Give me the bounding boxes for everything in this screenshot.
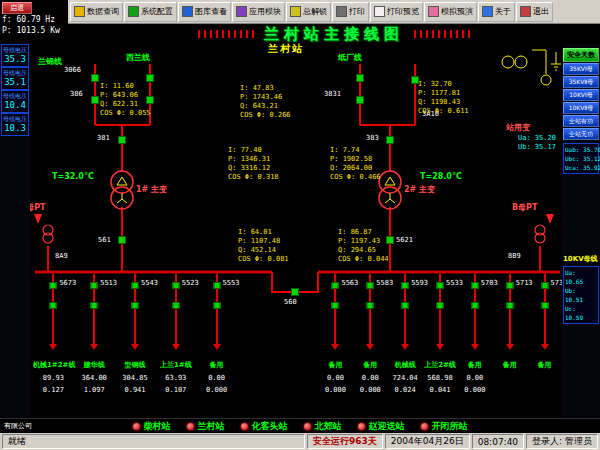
voltage-line: Ua: 10.65 [565,268,597,286]
breaker-square[interactable] [541,302,548,309]
sidebar-function-button[interactable]: 35KVⅠ母 [563,63,599,75]
device-number-8a9: 8A9 [55,252,68,260]
feeder-arrow-icon [506,344,514,350]
breaker-square[interactable] [437,302,444,309]
device-number-8b9: 8B9 [508,252,521,260]
disconnector-square[interactable] [131,282,138,289]
station-led-icon [358,423,365,430]
breaker-square[interactable] [367,302,374,309]
breaker-3066[interactable] [92,75,99,82]
toolbar-button[interactable]: 打印 [332,2,369,22]
feeder-power: 0.000 [196,386,237,394]
toolbar-button[interactable]: 关于 [478,2,515,22]
feeder-name: 型钢线 [115,360,156,370]
measurement-line: I: 86.87 [338,228,389,237]
feeder-bay: 5523 上兰1#线 63.93 0.107 [155,274,196,406]
toolbar-button-icon [128,6,139,17]
breaker-3831[interactable] [357,75,364,82]
feeder-current: 304.85 [115,374,156,382]
disconnector-square[interactable] [332,282,339,289]
station-nav-item[interactable]: 化客头站 [241,420,288,433]
disconnector-square[interactable] [172,282,179,289]
feeder-current: 63.93 [155,374,196,382]
breaker-square[interactable] [402,302,409,309]
sidebar-function-button[interactable]: 10KVⅡ母 [563,102,599,114]
feeder-name: 备用 [318,360,353,370]
device-number-386: 386 [70,90,83,98]
station-nav-label: 北郊站 [315,420,342,433]
breaker-561[interactable] [119,237,126,244]
system-power: P: 1013.5 Kw [2,25,66,36]
breaker-square[interactable] [332,302,339,309]
disconnector-square[interactable] [402,282,409,289]
feeder-name: 备用 [492,360,527,370]
disconnector-square[interactable] [213,282,220,289]
disconnector-square[interactable] [50,282,57,289]
breaker-square[interactable] [471,302,478,309]
station-nav-item[interactable]: 赵迎送站 [358,420,405,433]
disconnector-square[interactable] [506,282,513,289]
station-nav-item[interactable]: 北郊站 [304,420,342,433]
safety-days-button[interactable]: 安全天数 [563,48,599,62]
station-nav-item[interactable]: 开闭所站 [421,420,468,433]
device-number-381: 381 [97,134,110,142]
bus-voltage-panel: 母线电压 35.3 [1,44,29,67]
breaker-square[interactable] [172,302,179,309]
breaker-square[interactable] [131,302,138,309]
toolbar-button[interactable]: 数据查询 [70,2,123,22]
station-nav-label: 赵迎送站 [369,420,405,433]
breaker-383[interactable] [387,137,394,144]
station-led-icon [421,423,428,430]
status-safety-days: 安全运行963天 [307,434,383,449]
station-nav-label: 兰村站 [198,420,225,433]
disconnector-square[interactable] [541,282,548,289]
station-nav-item[interactable]: 柴村站 [133,420,171,433]
station-led-icon [304,423,311,430]
sidebar-function-button[interactable]: 10KVⅠ母 [563,89,599,101]
sidebar-function-button[interactable]: 35KVⅡ母 [563,76,599,88]
toolbar-button-icon [336,6,347,17]
toolbar-button[interactable]: 应用模块 [232,2,285,22]
feeder-bay: 5733 备用 [527,274,562,406]
station-nav-item[interactable]: 兰村站 [187,420,225,433]
toolbar-button[interactable]: 模拟预演 [424,2,477,22]
measurement-line: I: 64.01 [238,228,289,237]
toolbar-button-label: 模拟预演 [441,6,473,17]
bus10-voltage-panel: Ua: 10.65Ub: 10.51Uc: 10.59 [563,266,599,324]
disconnector-square[interactable] [471,282,478,289]
feeder-name: 上兰1#线 [155,360,196,370]
bus-voltage-label: 母线电压 [2,46,28,54]
feeder-name: 上兰2#线 [423,360,458,370]
breaker-square[interactable] [506,302,513,309]
sidebar-function-button[interactable]: 全站无功 [563,128,599,140]
title-decoration-left [198,30,254,38]
breaker-560-bus-tie[interactable] [292,289,299,296]
feeder-current: 364.00 [74,374,115,382]
disconnector-square[interactable] [437,282,444,289]
breaker-square[interactable] [213,302,220,309]
feeder-bay: 5673 机械1#2#线 89.93 0.127 [33,274,74,406]
toolbar-button-icon [520,6,531,17]
feeder-label-xilan: 西兰线 [126,52,150,63]
toolbar-button[interactable]: 系统配置 [124,2,177,22]
sidebar-function-button[interactable]: 全站有功 [563,115,599,127]
toolbar-button-label: 总解锁 [303,6,327,17]
power-button[interactable]: 启退 [2,2,32,14]
toolbar-button[interactable]: 总解锁 [286,2,331,22]
breaker-square[interactable] [50,302,57,309]
toolbar-button[interactable]: 打印预览 [370,2,423,22]
breaker-square[interactable] [91,302,98,309]
toolbar-button[interactable]: 图库查看 [178,2,231,22]
disconnector-square[interactable] [91,282,98,289]
feeder-arrow-icon [436,344,444,350]
scada-window: 启退 f: 60.79 Hz P: 1013.5 Kw 数据查询 系统配置 图库… [0,0,600,450]
toolbar-button[interactable]: 退出 [516,2,553,22]
breaker-381[interactable] [119,137,126,144]
measurement-line: COS Φ: 0.081 [238,255,289,264]
breaker-zhichang[interactable] [357,97,364,104]
breaker-xilan[interactable] [147,75,154,82]
status-operator: 登录人: 管理员 [526,434,598,449]
disconnector-square[interactable] [367,282,374,289]
breaker-386[interactable] [92,97,99,104]
measurement-line: P: 1197.43 [338,237,389,246]
